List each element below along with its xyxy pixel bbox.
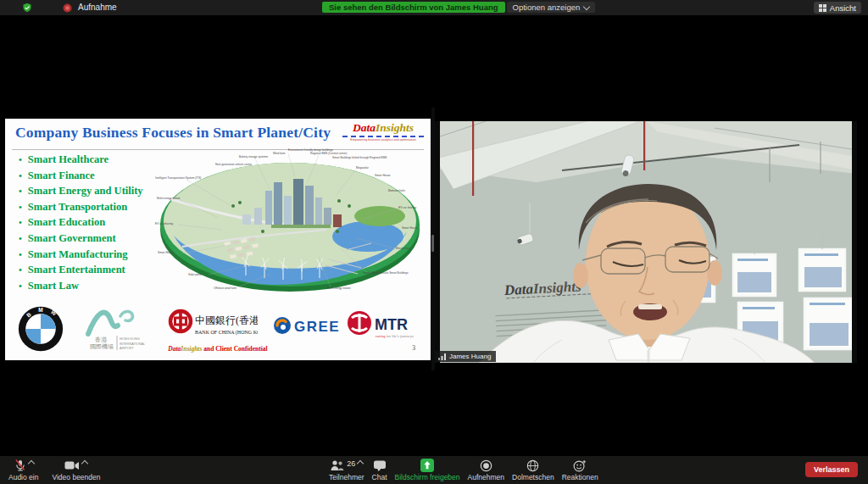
svg-text:Regional EMS (Control center): Regional EMS (Control center) <box>310 152 347 155</box>
gree-logo: GREE <box>273 314 341 337</box>
reactions-smiley-icon <box>573 459 587 472</box>
footer-insights: Insights <box>181 345 202 353</box>
footer-data: Data <box>168 345 181 353</box>
chat-bubble-icon <box>373 459 387 472</box>
view-button-label: Ansicht <box>830 3 856 13</box>
svg-text:Small / Medium scale Smart Bui: Small / Medium scale Smart Buildings <box>363 271 409 275</box>
svg-text:caring for life's journeys: caring for life's journeys <box>376 334 414 338</box>
svg-text:Electric bus: Electric bus <box>396 247 410 250</box>
leave-meeting-button[interactable]: Verlassen <box>805 462 858 477</box>
svg-text:HONG KONG: HONG KONG <box>120 337 140 341</box>
speaker-video-tile[interactable]: DataInsights <box>435 121 857 363</box>
logo-part-insights: Insights <box>376 121 414 134</box>
bullet-item: Smart Transportation <box>19 199 143 215</box>
logo-part-data: Data <box>353 121 376 134</box>
svg-text:M: M <box>38 307 42 313</box>
chat-label: Chat <box>372 473 387 481</box>
interpretation-button[interactable]: Dolmetschen <box>512 459 554 481</box>
svg-text:MTR: MTR <box>375 316 408 333</box>
chat-button[interactable]: Chat <box>372 459 387 481</box>
svg-text:Smart House: Smart House <box>375 174 391 177</box>
view-options-dropdown[interactable]: Optionen anzeigen <box>507 2 596 13</box>
shared-screen: Company Business Focuses in Smart Planet… <box>3 108 431 370</box>
meeting-toolbar: Audio ein Video beenden <box>0 456 868 484</box>
participants-button[interactable]: 26 Teilnehmer <box>329 459 364 481</box>
bullet-item: Smart Entertainment <box>19 262 143 278</box>
video-button[interactable]: Video beenden <box>52 459 100 481</box>
svg-text:Offshore wind farm: Offshore wind farm <box>214 287 236 290</box>
record-button[interactable]: Aufnehmen <box>468 459 504 481</box>
logo-tagline: Empowering business analytics and optimi… <box>342 138 424 142</box>
svg-text:BANK OF CHINA (HONG KONG): BANK OF CHINA (HONG KONG) <box>195 330 258 336</box>
bullet-item: Smart Healthcare <box>19 152 143 168</box>
svg-text:Multi energy station: Multi energy station <box>327 287 351 290</box>
svg-text:中國銀行(香港): 中國銀行(香港) <box>195 314 258 326</box>
audio-options-caret[interactable] <box>27 460 34 467</box>
video-scene: DataInsights <box>435 121 857 363</box>
svg-text:Smart House: Smart House <box>402 226 418 230</box>
bullet-item: Smart Education <box>19 214 143 231</box>
svg-text:Smart House: Smart House <box>158 251 174 254</box>
meeting-stage: Company Business Focuses in Smart Planet… <box>0 15 868 456</box>
confidential-footer: DataInsights and Client Confidential <box>5 345 431 353</box>
recording-indicator-icon <box>63 3 72 13</box>
top-bar: Aufnahme Sie sehen den Bildschirm von Ja… <box>0 0 868 15</box>
bullet-item: Smart Manufacturing <box>19 247 143 263</box>
svg-text:Multi energy station: Multi energy station <box>157 197 181 200</box>
svg-text:Biomass fuels: Biomass fuels <box>388 189 405 192</box>
view-options-label: Optionen anzeigen <box>513 2 581 13</box>
bullet-item: Smart Finance <box>19 168 143 184</box>
svg-text:Solar panel: Solar panel <box>188 273 202 276</box>
svg-text:EV car sharing: EV car sharing <box>155 222 173 225</box>
interpretation-label: Dolmetschen <box>512 473 554 481</box>
share-screen-button[interactable]: Bildschirm freigeben <box>395 459 460 481</box>
svg-text:Smart Buildings linked through: Smart Buildings linked through Regional … <box>332 156 387 159</box>
view-button[interactable]: Ansicht <box>814 2 861 14</box>
footer-rest: and Client Confidential <box>202 345 267 353</box>
bullet-list: Smart Healthcare Smart Finance Smart Ene… <box>19 152 143 293</box>
svg-text:EV car sharing: EV car sharing <box>398 206 416 209</box>
svg-text:Next generation vehicle center: Next generation vehicle center <box>215 163 253 166</box>
video-options-caret[interactable] <box>81 460 88 467</box>
bullet-item: Smart Energy and Utility <box>19 183 143 199</box>
globe-icon <box>526 459 539 472</box>
participants-caret[interactable] <box>357 460 364 467</box>
pane-resize-handle[interactable] <box>431 235 434 252</box>
participants-label: Teilnehmer <box>329 473 364 481</box>
bullet-item: Smart Law <box>19 278 143 294</box>
security-shield-icon[interactable] <box>22 3 32 13</box>
chevron-down-icon <box>583 3 590 9</box>
video-button-label: Video beenden <box>52 473 100 481</box>
audio-button-label: Audio ein <box>8 473 38 481</box>
svg-text:Intelligent Transportation Sys: Intelligent Transportation System (ITS) <box>155 176 201 180</box>
presentation-slide: Company Business Focuses in Smart Planet… <box>5 119 431 360</box>
recording-label: Aufnahme <box>78 0 117 15</box>
participant-name: James Huang <box>449 351 491 362</box>
svg-text:Battery storage systems: Battery storage systems <box>239 155 269 159</box>
participants-icon <box>330 459 344 471</box>
microphone-muted-icon <box>14 459 26 471</box>
svg-text:Megasolar: Megasolar <box>356 166 370 170</box>
svg-text:GREE: GREE <box>294 319 340 335</box>
grid-view-icon <box>819 4 826 12</box>
reactions-button[interactable]: Reaktionen <box>562 459 598 481</box>
slide-title: Company Business Focuses in Smart Planet… <box>15 124 331 142</box>
participants-count: 26 <box>347 459 355 468</box>
smart-city-illustration: Intelligent Transportation System (ITS) … <box>153 147 431 301</box>
record-label: Aufnehmen <box>468 473 504 481</box>
record-icon <box>480 459 492 472</box>
svg-text:香港: 香港 <box>95 337 108 343</box>
mtr-logo: MTR caring for life's journeys <box>346 309 422 346</box>
svg-text:Wind farm: Wind farm <box>273 152 286 155</box>
audio-button[interactable]: Audio ein <box>8 459 38 481</box>
share-screen-icon <box>420 459 434 472</box>
bank-of-china-logo: 中國銀行(香港) BANK OF CHINA (HONG KONG) <box>168 307 258 346</box>
video-camera-icon <box>64 460 80 471</box>
participant-name-tag: James Huang <box>435 351 496 362</box>
connection-signal-icon <box>438 353 447 360</box>
viewing-screen-banner: Sie sehen den Bildschirm von James Huang <box>322 2 505 13</box>
share-screen-label: Bildschirm freigeben <box>395 473 460 481</box>
datainsights-logo: DataInsights Empowering business analyti… <box>342 121 424 142</box>
bullet-item: Smart Government <box>19 231 143 247</box>
slide-page-number: 3 <box>412 344 415 352</box>
